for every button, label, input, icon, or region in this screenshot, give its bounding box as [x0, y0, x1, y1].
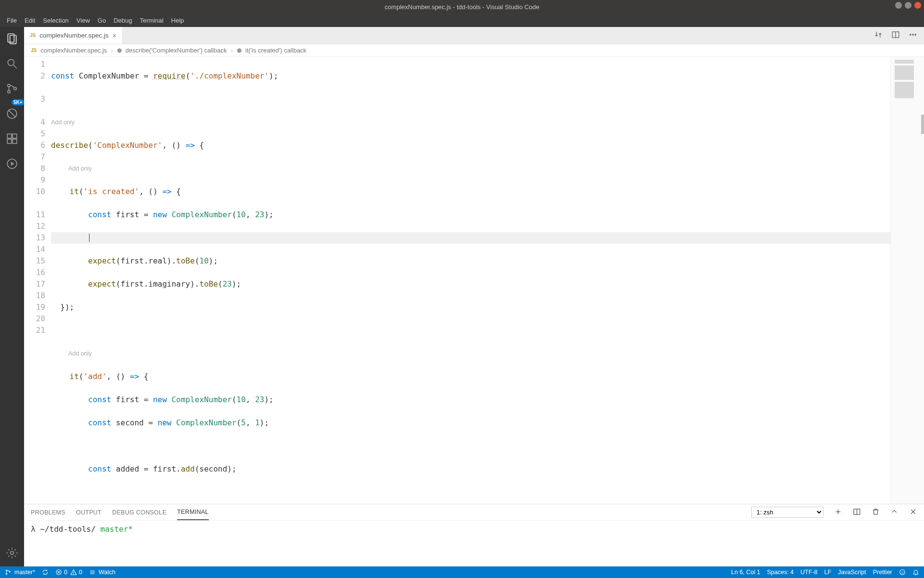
svg-rect-10	[13, 134, 17, 138]
symbol-icon: ⬢	[117, 47, 122, 54]
panel-tab-terminal[interactable]: TERMINAL	[177, 505, 209, 520]
status-eol[interactable]: LF	[824, 569, 832, 576]
settings-gear-icon[interactable]	[5, 546, 19, 560]
debug-icon[interactable]	[5, 107, 19, 120]
window-title: complexNumber.spec.js - tdd-tools - Visu…	[385, 3, 539, 11]
svg-line-8	[8, 110, 15, 117]
svg-point-5	[8, 91, 10, 93]
minimap[interactable]	[890, 57, 924, 504]
panel-tab-debug-console[interactable]: DEBUG CONSOLE	[112, 505, 167, 520]
terminal[interactable]: λ ~/tdd-tools/ master*	[24, 521, 924, 566]
svg-point-19	[912, 34, 913, 35]
search-icon[interactable]	[5, 57, 19, 70]
svg-rect-11	[7, 139, 12, 144]
symbol-icon: ⬢	[237, 47, 242, 54]
svg-point-28	[6, 573, 7, 574]
status-problems[interactable]: 0 0	[55, 569, 82, 576]
svg-marker-14	[11, 162, 14, 166]
terminal-shell-select[interactable]: 1: zsh	[751, 507, 823, 518]
window-maximize-button[interactable]	[905, 2, 911, 9]
window-close-button[interactable]	[914, 2, 921, 9]
tab-close-icon[interactable]: ×	[113, 32, 116, 39]
close-panel-icon[interactable]	[909, 508, 917, 517]
breadcrumb[interactable]: JS complexNumber.spec.js › ⬢ describe('C…	[24, 44, 924, 57]
extensions-icon[interactable]	[5, 132, 19, 145]
source-control-icon[interactable]	[5, 82, 19, 95]
chevron-right-icon: ›	[111, 47, 113, 54]
status-bar: master* 0 0 Watch Ln 6, Col 1 Spaces: 4 …	[0, 566, 924, 578]
svg-rect-12	[13, 139, 17, 144]
status-indentation[interactable]: Spaces: 4	[767, 569, 794, 576]
svg-point-4	[8, 84, 10, 87]
menu-help[interactable]: Help	[167, 13, 188, 27]
codelens-add-only[interactable]: Add only	[51, 117, 75, 128]
window-minimize-button[interactable]	[895, 2, 902, 9]
status-notifications-icon[interactable]	[912, 569, 919, 576]
test-runner-icon[interactable]	[5, 157, 19, 171]
bottom-panel: PROBLEMS OUTPUT DEBUG CONSOLE TERMINAL 1…	[24, 504, 924, 566]
menu-debug[interactable]: Debug	[110, 13, 136, 27]
new-terminal-icon[interactable]	[834, 508, 842, 517]
menu-edit[interactable]: Edit	[21, 13, 39, 27]
svg-point-38	[900, 570, 905, 575]
activity-bar: 5K+	[0, 27, 24, 566]
maximize-panel-icon[interactable]	[890, 508, 898, 517]
explorer-icon[interactable]	[5, 32, 19, 45]
tab-complexnumber-spec[interactable]: JS complexNumber.spec.js ×	[24, 27, 123, 44]
menu-selection[interactable]: Selection	[39, 13, 72, 27]
terminal-cwd: ~/tdd-tools/	[40, 525, 96, 534]
svg-rect-9	[7, 134, 12, 138]
svg-point-34	[74, 574, 74, 574]
panel-tab-problems[interactable]: PROBLEMS	[31, 505, 65, 520]
kill-terminal-icon[interactable]	[872, 508, 880, 517]
breadcrumb-describe[interactable]: describe('ComplexNumber') callback	[126, 47, 227, 54]
svg-point-20	[915, 34, 916, 35]
svg-point-27	[6, 570, 7, 571]
tab-label: complexNumber.spec.js	[39, 32, 108, 39]
status-formatter[interactable]: Prettier	[873, 569, 892, 576]
split-editor-icon[interactable]	[891, 30, 900, 41]
svg-point-15	[11, 552, 14, 555]
js-file-icon: JS	[30, 33, 36, 38]
menu-terminal[interactable]: Terminal	[136, 13, 167, 27]
status-language[interactable]: JavaScript	[838, 569, 866, 576]
status-cursor-position[interactable]: Ln 6, Col 1	[731, 569, 760, 576]
code-content[interactable]: const ComplexNumber = require('./complex…	[51, 57, 890, 504]
svg-point-40	[903, 571, 903, 572]
status-feedback-icon[interactable]	[899, 569, 906, 576]
text-cursor	[89, 234, 90, 242]
status-encoding[interactable]: UTF-8	[800, 569, 817, 576]
title-bar: complexNumber.spec.js - tdd-tools - Visu…	[0, 0, 924, 13]
menu-file[interactable]: File	[3, 13, 21, 27]
svg-point-2	[8, 59, 14, 66]
svg-line-3	[13, 65, 17, 68]
terminal-prompt-symbol: λ	[31, 525, 36, 534]
line-number-gutter: 1 2 3 4 5 6 7 8 9 10 11 12 13 14	[24, 57, 51, 504]
menu-bar: File Edit Selection View Go Debug Termin…	[0, 13, 924, 27]
breadcrumb-it[interactable]: it('is created') callback	[245, 47, 307, 54]
chevron-right-icon: ›	[231, 47, 232, 54]
js-file-icon: JS	[31, 48, 37, 53]
terminal-git-branch: master*	[101, 525, 133, 534]
codelens-add-only[interactable]: Add only	[68, 348, 92, 359]
status-sync-icon[interactable]	[42, 569, 49, 576]
breadcrumb-file[interactable]: complexNumber.spec.js	[40, 47, 107, 54]
menu-view[interactable]: View	[73, 13, 94, 27]
panel-tab-output[interactable]: OUTPUT	[76, 505, 102, 520]
codelens-add-only[interactable]: Add only	[68, 163, 92, 174]
code-editor[interactable]: 1 2 3 4 5 6 7 8 9 10 11 12 13 14	[24, 57, 890, 504]
source-control-badge: 5K+	[12, 99, 25, 105]
svg-point-39	[901, 571, 902, 572]
more-actions-icon[interactable]	[909, 30, 917, 41]
editor-tabs: JS complexNumber.spec.js ×	[24, 27, 924, 44]
status-watch[interactable]: Watch	[89, 569, 116, 576]
compare-changes-icon[interactable]	[874, 30, 883, 41]
split-terminal-icon[interactable]	[853, 508, 861, 517]
status-git-branch[interactable]: master*	[5, 569, 35, 576]
svg-point-18	[910, 34, 911, 35]
menu-go[interactable]: Go	[94, 13, 110, 27]
